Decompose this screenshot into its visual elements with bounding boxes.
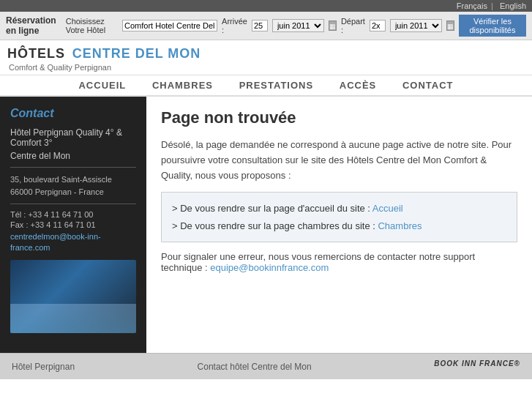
hotel-select-input[interactable] (122, 20, 217, 31)
logo-area: HÔTELS CENTRE DEL MON Comfort & Quality … (7, 46, 201, 72)
depart-label: Départ : (341, 17, 365, 34)
chambres-link[interactable]: Chambres (378, 220, 422, 231)
suggestion1-prefix: > De vous rendre sur la page d'accueil d… (172, 203, 372, 214)
nav-prestations[interactable]: PRESTATIONS (239, 80, 314, 91)
verify-button[interactable]: Vérifier les disponibilités (459, 15, 526, 37)
footer-brand-symbol: ® (514, 359, 520, 368)
sidebar-email-link[interactable]: centredelmon@book-inn-france.com (10, 232, 101, 252)
sidebar-divider1 (10, 167, 136, 168)
reservation-label: Réservation en ligne (6, 15, 61, 36)
main-content: Page non trouvée Désolé, la page demandé… (146, 97, 532, 353)
nav-accueil[interactable]: ACCUEIL (78, 80, 126, 91)
footer: Hôtel Perpignan Contact hôtel Centre del… (0, 353, 532, 379)
sidebar-address-line2: 66000 Perpignan - France (10, 187, 104, 196)
page-description: Désolé, la page demandée ne correspond à… (161, 138, 517, 183)
support-line: Pour signaler une erreur, nous vous reme… (161, 251, 517, 273)
header: HÔTELS CENTRE DEL MON Comfort & Quality … (0, 40, 532, 75)
suggestion-2: > De vous rendre sur la page chambres du… (172, 217, 506, 234)
logo-centre-text: CENTRE DEL MON (72, 46, 201, 61)
main-navigation: ACCUEIL CHAMBRES PRESTATIONS ACCÈS CONTA… (0, 75, 532, 97)
sidebar-hotel-name: Hôtel Perpignan Quality 4° & Comfort 3° (10, 127, 136, 148)
sidebar-divider2 (10, 204, 136, 204)
footer-brand-text: BOOK INN FRANCE (434, 359, 514, 368)
sidebar-fax: Fax : +33 4 11 64 71 01 (10, 220, 136, 229)
sidebar: Contact Hôtel Perpignan Quality 4° & Com… (0, 97, 146, 353)
choose-hotel-label: Choisissez Votre Hôtel (66, 17, 118, 34)
suggestions-box: > De vous rendre sur la page d'accueil d… (161, 192, 517, 242)
arrivee-label: Arrivée : (222, 17, 247, 34)
sidebar-tel: Tél : +33 4 11 64 71 00 (10, 210, 136, 219)
footer-hotel-label: Hôtel Perpignan (12, 362, 75, 372)
support-email-link[interactable]: equipe@bookinnfrance.com (210, 262, 329, 273)
reservation-bar: Réservation en ligne Choisissez Votre Hô… (0, 12, 532, 40)
suggestion2-prefix: > De vous rendre sur la page chambres du… (172, 220, 378, 231)
logo-subtitle: Comfort & Quality Perpignan (9, 63, 201, 72)
depart-calendar-icon[interactable]: ▦ (446, 20, 454, 31)
depart-month-select[interactable]: juin 2011 (390, 19, 442, 32)
sidebar-photo (10, 260, 136, 333)
arrivee-month-select[interactable]: juin 2011 (272, 19, 324, 32)
footer-brand: BOOK INN FRANCE® (434, 359, 520, 373)
sidebar-address: 35, boulevard Saint-Assiscle 66000 Perpi… (10, 174, 136, 198)
lang-separator: | (491, 1, 493, 10)
nav-acces[interactable]: ACCÈS (340, 80, 377, 91)
language-bar: Français | English (0, 0, 532, 12)
nav-chambres[interactable]: CHAMBRES (152, 80, 213, 91)
arrivee-calendar-icon[interactable]: ▦ (329, 20, 337, 31)
arrivee-day-input[interactable] (252, 20, 268, 31)
nav-contact[interactable]: CONTACT (402, 80, 454, 91)
accueil-link[interactable]: Accueil (372, 203, 403, 214)
page-title: Page non trouvée (161, 108, 517, 127)
english-link[interactable]: English (500, 1, 526, 10)
depart-day-input[interactable] (370, 20, 386, 31)
sidebar-email: centredelmon@book-inn-france.com (10, 231, 136, 253)
logo-hotels-text: HÔTELS (7, 46, 65, 61)
sidebar-centre-name: Centre del Mon (10, 151, 136, 161)
suggestion-1: > De vous rendre sur la page d'accueil d… (172, 200, 506, 217)
content-area: Contact Hôtel Perpignan Quality 4° & Com… (0, 97, 532, 353)
sidebar-contact-title: Contact (10, 107, 136, 120)
sidebar-address-line1: 35, boulevard Saint-Assiscle (10, 175, 112, 184)
francais-link[interactable]: Français (457, 1, 487, 10)
footer-contact-label: Contact hôtel Centre del Mon (198, 362, 312, 372)
